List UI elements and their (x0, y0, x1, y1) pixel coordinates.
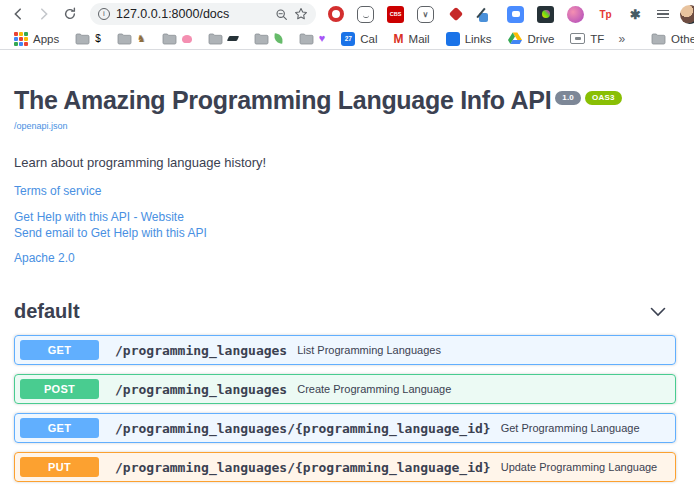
horse-glyph-icon: ♞ (137, 34, 146, 44)
folder-icon (254, 32, 269, 45)
cbs-extension-icon[interactable]: CBS (387, 6, 404, 23)
zoom-out-icon[interactable] (275, 8, 288, 21)
folder-icon (208, 32, 223, 45)
tag-section-default[interactable]: default (14, 300, 676, 335)
address-bar[interactable]: i 127.0.0.1:8000/docs (90, 3, 316, 25)
calendar-27-icon: 27 (341, 32, 355, 46)
site-info-icon[interactable]: i (98, 8, 110, 20)
onetab-red-circle-extension-icon[interactable] (328, 6, 344, 22)
bookmarks-overflow-chevron[interactable]: » (614, 32, 629, 46)
bookmark-tf[interactable]: TF (564, 33, 610, 45)
tf-widget-icon (570, 33, 585, 44)
apps-grid-icon (14, 32, 28, 46)
chevron-down-icon[interactable] (650, 303, 666, 321)
chat-bubble-extension-icon[interactable] (357, 6, 374, 23)
bookmark-folder-leaf[interactable] (248, 32, 289, 45)
help-email-link[interactable]: Send email to Get Help with this API (14, 225, 676, 241)
bookmark-folder-purple-heart[interactable]: ♥ (293, 32, 332, 45)
bookmark-label: Links (465, 33, 492, 45)
bookmark-label: TF (590, 33, 604, 45)
bookmark-cal[interactable]: 27Cal (335, 32, 383, 46)
endpoint-row[interactable]: PUT /programming_languages/{programming_… (14, 452, 676, 482)
method-badge: POST (20, 379, 99, 399)
folder-icon (162, 32, 177, 45)
toppings-extension-icon[interactable]: Tp (597, 6, 614, 23)
pink-flower-extension-icon[interactable] (567, 6, 584, 23)
endpoint-summary: List Programming Languages (297, 344, 441, 356)
endpoint-path: /programming_languages (115, 382, 287, 397)
pinwheel-extension-icon[interactable]: ✱ (627, 6, 644, 23)
pocket-extension-icon[interactable]: ∨ (417, 6, 434, 23)
color-picker-extension-icon[interactable] (477, 6, 494, 23)
endpoint-summary: Create Programming Language (297, 383, 451, 395)
folder-icon (117, 32, 132, 45)
bookmark-label: Drive (528, 33, 555, 45)
endpoint-row[interactable]: GET /programming_languages List Programm… (14, 335, 676, 365)
method-badge: GET (20, 418, 99, 438)
openapi-json-link[interactable]: /openapi.json (14, 121, 68, 131)
playlist-extension-icon[interactable] (657, 6, 674, 23)
endpoint-row[interactable]: GET /programming_languages/{programming_… (14, 413, 676, 443)
endpoint-path: /programming_languages/{programming_lang… (115, 460, 491, 475)
links-blue-icon (446, 32, 460, 46)
url-text[interactable]: 127.0.0.1:8000/docs (116, 7, 269, 21)
section-title: default (14, 300, 80, 323)
folder-icon (299, 32, 314, 45)
forward-icon[interactable] (34, 4, 54, 24)
bookmark-links[interactable]: Links (440, 32, 498, 46)
folder-icon (75, 32, 90, 45)
diigo-extension-icon[interactable] (447, 6, 464, 23)
endpoint-summary: Get Programming Language (501, 422, 640, 434)
method-badge: PUT (20, 457, 99, 477)
purple-heart-glyph-icon: ♥ (319, 33, 326, 44)
drive-triangle-icon (508, 32, 523, 45)
oas3-badge: OAS3 (585, 91, 622, 105)
api-description: Learn about programming language history… (14, 155, 676, 170)
endpoint-list: GET /programming_languages List Programm… (14, 335, 676, 485)
qr-flower-extension-icon[interactable] (537, 6, 554, 23)
license-link[interactable]: Apache 2.0 (14, 251, 676, 265)
back-icon[interactable] (8, 4, 28, 24)
grad-cap-glyph-icon (227, 36, 239, 41)
terms-of-service-link[interactable]: Terms of service (14, 184, 676, 198)
bookmark-mail[interactable]: MMail (388, 32, 436, 45)
version-badge: 1.0 (555, 91, 581, 105)
dollar-glyph-icon: $ (95, 34, 101, 44)
reload-icon[interactable] (60, 4, 80, 24)
endpoint-path: /programming_languages (115, 343, 287, 358)
bookmarks-bar: Apps$♞♥27CalMMailLinksDriveTF»Other Book… (0, 28, 694, 50)
endpoint-summary: Update Programming Language (501, 461, 658, 473)
bookmark-folder-dollar[interactable]: $ (69, 32, 107, 45)
bookmark-label: Mail (409, 33, 430, 45)
api-info: The Amazing Programming Language Info AP… (14, 50, 676, 265)
profile-avatar[interactable] (680, 5, 694, 24)
gmail-icon: M (394, 32, 404, 45)
extensions-row: CBS∨Tp✱ (328, 6, 674, 23)
leaf-glyph-icon (273, 33, 283, 43)
bookmark-folder-grad-cap[interactable] (202, 32, 244, 45)
bookmark-apps[interactable]: Apps (8, 32, 65, 46)
bookmark-label: Apps (33, 33, 59, 45)
page-title: The Amazing Programming Language Info AP… (14, 86, 551, 114)
browser-toolbar: i 127.0.0.1:8000/docs CBS∨Tp✱ Update ⋮ (0, 0, 694, 28)
bookmark-folder-brain[interactable] (156, 32, 198, 45)
endpoint-path: /programming_languages/{programming_lang… (115, 421, 491, 436)
bookmark-star-icon[interactable] (294, 7, 308, 21)
bookmark-drive[interactable]: Drive (502, 32, 561, 45)
endpoint-row[interactable]: POST /programming_languages Create Progr… (14, 374, 676, 404)
folder-icon (651, 32, 666, 45)
bookmark-folder-horse[interactable]: ♞ (111, 32, 152, 45)
other-bookmarks[interactable]: Other Bookmarks (645, 32, 694, 45)
brain-glyph-icon (182, 35, 192, 43)
method-badge: GET (20, 340, 99, 360)
zoom-extension-icon[interactable] (507, 6, 524, 23)
bookmark-label: Other Bookmarks (671, 33, 694, 45)
help-website-link[interactable]: Get Help with this API - Website (14, 209, 676, 225)
bookmark-label: Cal (360, 33, 377, 45)
swagger-page: The Amazing Programming Language Info AP… (0, 50, 694, 485)
